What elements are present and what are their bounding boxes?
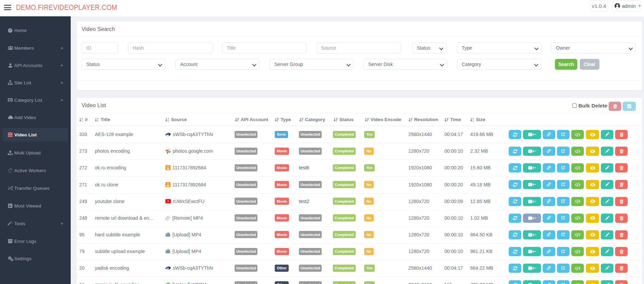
svg-text:9: 9 — [473, 118, 474, 120]
svg-text:A: A — [97, 118, 99, 120]
svg-text:Z: Z — [97, 120, 99, 121]
svg-text:1: 1 — [473, 120, 474, 122]
svg-text:1: 1 — [82, 120, 83, 122]
svg-text:9: 9 — [82, 118, 83, 120]
svg-text:A: A — [168, 118, 169, 120]
svg-text:Z: Z — [168, 120, 169, 121]
